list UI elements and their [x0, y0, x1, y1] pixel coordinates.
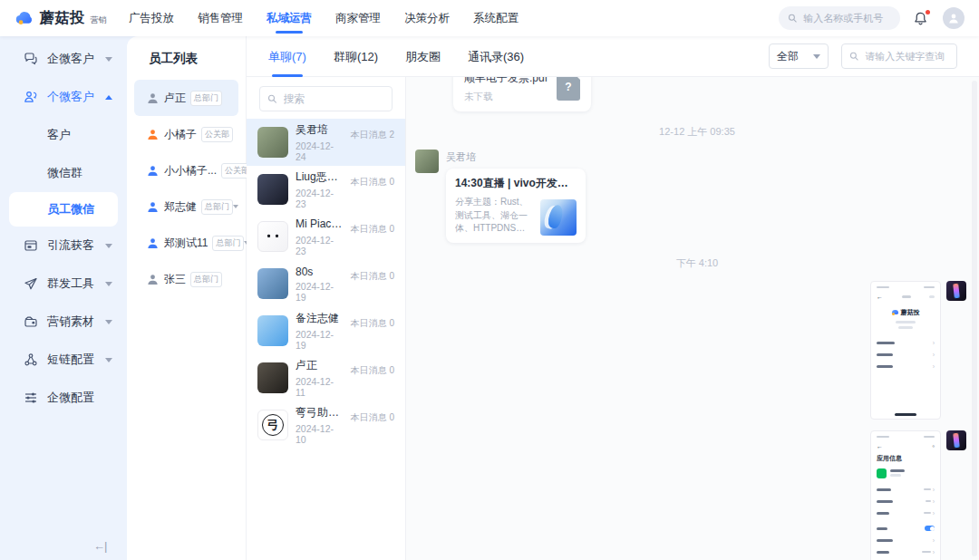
filter-select[interactable]: 全部: [769, 43, 829, 69]
department-badge: 总部门: [201, 199, 233, 215]
chat-tab[interactable]: 通讯录(36): [468, 36, 524, 77]
file-status: 未下载: [464, 91, 548, 103]
user-avatar[interactable]: [943, 7, 964, 29]
phone-screenshot-image[interactable]: 应用信息 › › › ›: [870, 430, 941, 560]
employee-name: 郑测试11: [164, 236, 208, 251]
chat-name: Mi Piaci.速速破: [296, 217, 344, 232]
chat-name: 卢正: [296, 358, 344, 373]
chat-tabs: 单聊(7)群聊(12)朋友圈通讯录(36): [268, 36, 524, 77]
filter-select-value: 全部: [777, 49, 799, 64]
sidebar-item-label: 引流获客: [47, 237, 94, 254]
employee-row[interactable]: 张三 总部门: [134, 261, 238, 297]
employee-row[interactable]: 小橘子 公关部: [134, 116, 238, 152]
chevron-icon: [105, 282, 112, 286]
file-message-card[interactable]: 顺丰电子发票.pdf 未下载 ?: [453, 77, 591, 111]
chat-avatar: [257, 362, 288, 393]
chat-avatar: [257, 174, 288, 205]
sidebar-item-label: 企微客户: [47, 51, 94, 67]
employee-row[interactable]: 郑志健 总部门: [134, 188, 238, 225]
chat-date: 2024-12-24: [296, 140, 344, 162]
sidebar-item[interactable]: 引流获客: [0, 227, 127, 265]
cloud-logo-icon: [15, 10, 34, 26]
received-message-row: 吴君培 14:30直播 | vivo开发者大会-互... 分享主题：Rust、测…: [415, 150, 979, 243]
chat-conversation-row[interactable]: 弓 弯弓助理研究员 2024-12-10 本日消息 0: [247, 401, 405, 449]
home-indicator: [895, 413, 916, 416]
chat-conversation-row[interactable]: 80s 2024-12-19 本日消息 0: [247, 260, 405, 307]
employee-row[interactable]: 郑测试11 总部门: [134, 225, 238, 261]
nav-item[interactable]: 系统配置: [473, 0, 519, 36]
chat-avatar: [257, 315, 288, 346]
chat-daily-count: 本日消息 0: [351, 223, 394, 236]
left-sidebar: 企微客户 个微客户 客户 微信群 员工微信: [0, 36, 127, 560]
phone-screenshot-image[interactable]: 蘑菇投 › › ›: [870, 281, 941, 420]
nav-item[interactable]: 广告投放: [129, 0, 174, 36]
department-badge: 总部门: [212, 236, 244, 251]
chevron-icon: [105, 244, 112, 248]
keyword-search[interactable]: [841, 43, 957, 69]
chat-conversation-row[interactable]: 备注志健 2024-12-19 本日消息 0: [247, 307, 405, 354]
nav-item[interactable]: 商家管理: [335, 0, 381, 36]
scrollbar[interactable]: [972, 81, 977, 556]
sidebar-item-label: 微信群: [47, 165, 82, 181]
sidebar-item[interactable]: 短链配置: [0, 341, 127, 379]
sidebar-item[interactable]: 群发工具: [0, 265, 127, 303]
chat-conversation-row[interactable]: 吴君培 2024-12-24 本日消息 2: [247, 119, 405, 166]
chevron-down-icon[interactable]: [233, 205, 238, 208]
sidebar-collapse-button[interactable]: ←|: [93, 539, 106, 553]
notification-dot: [926, 10, 930, 14]
employee-row[interactable]: 卢正 总部门: [134, 80, 238, 116]
cloud-logo-icon: [892, 310, 898, 314]
chat-date: 2024-12-23: [296, 235, 344, 256]
employee-row[interactable]: 小小橘子... 公关部: [134, 152, 238, 188]
sidebar-item[interactable]: 微信群: [0, 154, 127, 192]
sidebar-item[interactable]: 客户: [0, 116, 127, 154]
phone-status-bar: [877, 285, 935, 290]
top-navbar: 蘑菇投 营销 广告投放销售管理私域运营商家管理决策分析系统配置: [0, 0, 979, 36]
chevron-icon: [105, 358, 112, 362]
chat-conversation-row[interactable]: Liug恶人备注 2024-12-23 本日消息 0: [247, 166, 405, 213]
chat-tab[interactable]: 朋友圈: [405, 36, 441, 77]
chat-conversation-row[interactable]: 卢正 2024-12-11 本日消息 0: [247, 354, 405, 401]
brand-logo[interactable]: 蘑菇投 营销: [15, 9, 125, 28]
sidebar-item[interactable]: 企微客户: [0, 40, 127, 78]
app-window: 蘑菇投 营销 广告投放销售管理私域运营商家管理决策分析系统配置: [0, 0, 979, 560]
person-icon: [947, 12, 960, 24]
phone-status-bar: [877, 435, 935, 439]
notifications-button[interactable]: [913, 11, 928, 26]
chat-conversation-list: 吴君培 2024-12-24 本日消息 2 Liug恶人备注 2024-12-2…: [247, 119, 405, 449]
main-nav: 广告投放销售管理私域运营商家管理决策分析系统配置: [129, 0, 519, 36]
sidebar-item[interactable]: 企微配置: [0, 379, 127, 417]
chat-search[interactable]: [259, 86, 393, 111]
traffic-card-icon: [24, 238, 38, 253]
employee-name: 小橘子: [164, 127, 197, 142]
employee-name: 张三: [164, 272, 186, 287]
global-search[interactable]: [779, 6, 900, 30]
chat-date: 2024-12-19: [296, 329, 344, 351]
chevron-icon: [105, 320, 112, 324]
sidebar-item-label: 营销素材: [47, 314, 94, 330]
file-unknown-icon: ?: [557, 77, 580, 101]
sidebar-item[interactable]: 营销素材: [0, 303, 127, 341]
keyword-search-input[interactable]: [863, 50, 949, 63]
chat-search-input[interactable]: [282, 92, 384, 106]
nav-item[interactable]: 私域运营: [267, 0, 312, 36]
global-search-input[interactable]: [801, 12, 891, 24]
employee-name: 卢正: [164, 91, 186, 106]
nav-item[interactable]: 决策分析: [404, 0, 450, 36]
chevron-icon: [105, 95, 112, 100]
chevron-down-icon: [813, 54, 820, 59]
search-icon: [267, 93, 277, 104]
toggle-on: [925, 526, 935, 531]
sidebar-item[interactable]: 个微客户: [0, 78, 127, 116]
nav-item[interactable]: 销售管理: [198, 0, 243, 36]
person-chat-icon: [24, 90, 38, 104]
sidebar-item[interactable]: 员工微信: [9, 192, 118, 227]
department-badge: 总部门: [190, 91, 222, 106]
employee-person-icon: [147, 274, 159, 285]
chat-tab[interactable]: 单聊(7): [268, 36, 306, 77]
link-message-card[interactable]: 14:30直播 | vivo开发者大会-互... 分享主题：Rust、测试工具、…: [446, 169, 586, 243]
sidebar-item-label: 群发工具: [47, 275, 94, 292]
chat-name: 吴君培: [296, 122, 344, 138]
chat-conversation-row[interactable]: Mi Piaci.速速破 2024-12-23 本日消息 0: [247, 213, 405, 260]
chat-tab[interactable]: 群聊(12): [334, 36, 378, 77]
